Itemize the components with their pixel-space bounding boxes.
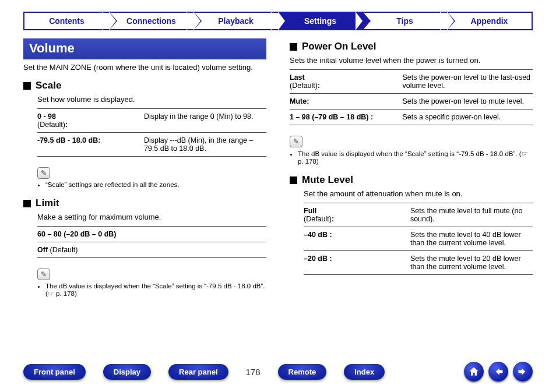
home-icon [468, 366, 480, 377]
note-icon: ✎ [37, 269, 50, 280]
limit-desc: Make a setting for maximum volume. [37, 213, 266, 221]
square-bullet-icon [290, 176, 297, 184]
note-icon: ✎ [37, 167, 50, 179]
tab-playback[interactable]: Playback [193, 12, 278, 30]
table-row: –20 dB : Sets the mute level to 20 dB lo… [304, 250, 533, 275]
heading-power-on-level: Power On Level [290, 41, 533, 52]
heading-limit: Limit [23, 197, 266, 209]
tab-appendix[interactable]: Appendix [447, 12, 533, 30]
tab-contents[interactable]: Contents [23, 12, 109, 30]
table-row: 60 – 80 (–20 dB – 0 dB) [37, 226, 266, 242]
limit-note: The dB value is displayed when the “Scal… [37, 282, 266, 298]
arrow-right-icon [517, 366, 529, 377]
scale-options: 0 - 98(Default) Display in the range 0 (… [37, 108, 266, 157]
note-icon: ✎ [290, 136, 302, 147]
scale-desc: Set how volume is displayed. [37, 95, 266, 104]
nav-index[interactable]: Index [344, 364, 385, 380]
table-row: 1 – 98 (–79 dB – 18 dB) : Sets a specifi… [290, 109, 533, 125]
tab-connections[interactable]: Connections [109, 12, 193, 30]
page-ref-link[interactable]: ☞ p. 178 [48, 290, 75, 297]
tab-tips[interactable]: Tips [363, 12, 447, 30]
mute-desc: Set the amount of attenuation when mute … [304, 189, 533, 198]
prev-page-button[interactable] [488, 362, 508, 382]
square-bullet-icon [23, 82, 31, 90]
home-button[interactable] [464, 362, 484, 382]
mute-options: Full(Default) Sets the mute level to ful… [304, 203, 533, 275]
power-note: The dB value is displayed when the “Scal… [290, 150, 533, 165]
section-intro: Set the MAIN ZONE (room where the unit i… [23, 63, 266, 72]
nav-front-panel[interactable]: Front panel [23, 364, 86, 380]
next-page-button[interactable] [513, 362, 533, 382]
section-title: Volume [23, 38, 266, 59]
table-row: 0 - 98(Default) Display in the range 0 (… [37, 108, 266, 132]
table-row: Off (Default) [37, 242, 266, 258]
square-bullet-icon [23, 200, 31, 207]
arrow-left-icon [492, 366, 504, 377]
nav-remote[interactable]: Remote [278, 364, 327, 380]
page-number: 178 [246, 367, 261, 377]
top-tabs: Contents Connections Playback Settings T… [23, 12, 533, 30]
table-row: -79.5 dB - 18.0 dB: Display ---dB (Min),… [37, 132, 266, 157]
limit-options: 60 – 80 (–20 dB – 0 dB) Off (Default) [37, 226, 266, 258]
table-row: Mute: Sets the power-on level to mute le… [290, 93, 533, 109]
table-row: Full(Default) Sets the mute level to ful… [304, 203, 533, 227]
heading-mute-level: Mute Level [290, 174, 533, 186]
power-options: Last(Default) Sets the power-on level to… [290, 69, 533, 125]
square-bullet-icon [290, 43, 297, 51]
heading-scale: Scale [23, 80, 266, 91]
table-row: –40 dB : Sets the mute level to 40 dB lo… [304, 227, 533, 250]
tab-settings[interactable]: Settings [278, 12, 363, 30]
nav-display[interactable]: Display [103, 364, 151, 380]
table-row: Last(Default) Sets the power-on level to… [290, 69, 533, 93]
scale-note: “Scale” settings are reflected in all th… [37, 181, 266, 188]
bottom-nav: Front panel Display Rear panel 178 Remot… [0, 362, 556, 382]
power-desc: Sets the initial volume level when the p… [290, 56, 533, 65]
nav-rear-panel[interactable]: Rear panel [168, 364, 228, 380]
